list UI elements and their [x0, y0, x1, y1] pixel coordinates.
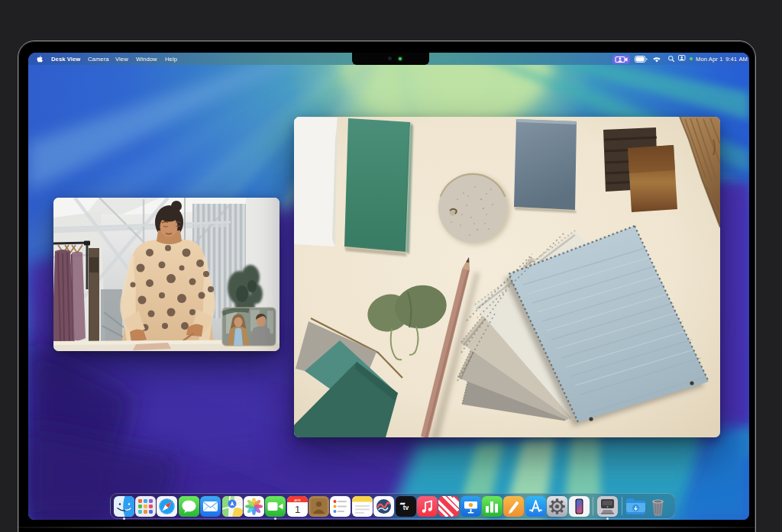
svg-text:1: 1 — [295, 503, 300, 514]
svg-text:APR: APR — [294, 498, 301, 501]
